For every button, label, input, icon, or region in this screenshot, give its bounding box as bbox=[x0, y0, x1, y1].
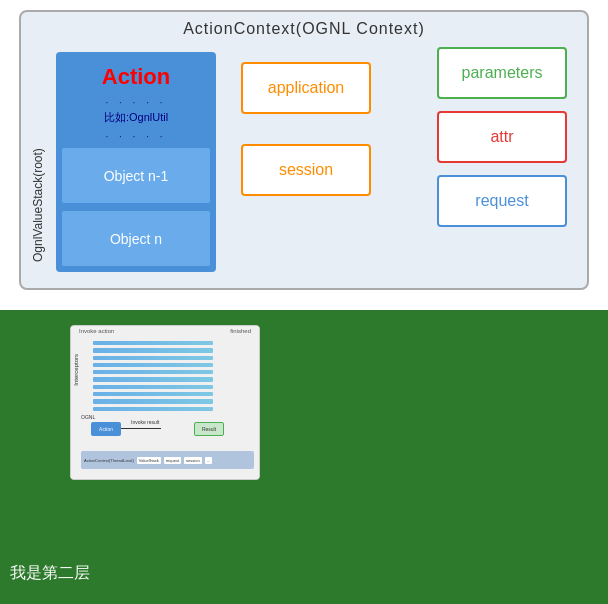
mini-arrow bbox=[121, 428, 161, 429]
action-label: Action bbox=[58, 54, 214, 95]
diagram-title: ActionContext(OGNL Context) bbox=[21, 12, 587, 38]
mini-interceptors-label: Interceptors bbox=[73, 354, 79, 386]
application-box: application bbox=[241, 62, 371, 114]
dots-line-2: · · · · · bbox=[58, 129, 214, 144]
object-n-box: Object n bbox=[62, 211, 210, 266]
mini-context-bar: ActionContext(ThreadLocal) ValueStack re… bbox=[81, 451, 254, 469]
diagram-container: ActionContext(OGNL Context) OgnlValueSta… bbox=[19, 10, 589, 290]
session-box: session bbox=[241, 144, 371, 196]
mini-line-5 bbox=[93, 370, 213, 374]
ognl-stack-container: Action · · · · · 比如:OgnlUtil · · · · · O… bbox=[56, 52, 216, 272]
mini-ognl-label: OGNL bbox=[81, 414, 95, 420]
mini-line-9 bbox=[93, 399, 213, 403]
mini-line-8 bbox=[93, 392, 213, 396]
bottom-section: Invoke action finished Interceptors bbox=[0, 310, 608, 604]
mini-line-2 bbox=[93, 348, 213, 352]
request-box: request bbox=[437, 175, 567, 227]
mini-line-7 bbox=[93, 385, 213, 389]
mini-line-6 bbox=[93, 377, 213, 381]
dots-line-1: · · · · · bbox=[58, 95, 214, 110]
center-boxes: application session bbox=[241, 62, 371, 196]
attr-box: attr bbox=[437, 111, 567, 163]
mini-finished-label: finished bbox=[230, 328, 251, 334]
parameters-box: parameters bbox=[437, 47, 567, 99]
mini-line-4 bbox=[93, 363, 213, 367]
mini-invoke-result-label: Invoke result bbox=[131, 419, 159, 425]
mini-action-box: Action bbox=[91, 422, 121, 436]
mini-line-3 bbox=[93, 356, 213, 360]
right-boxes: parameters attr request bbox=[437, 47, 567, 227]
mini-line-10 bbox=[93, 407, 213, 411]
mini-result-box: Result bbox=[194, 422, 224, 436]
mini-valuestack-item: ValueStack bbox=[137, 457, 161, 464]
ognl-vertical-text: OgnlValueStack(root) bbox=[31, 62, 45, 262]
mini-bottom-area: OGNL Action Invoke result Result ActionC… bbox=[81, 414, 254, 469]
second-layer-label: 我是第二层 bbox=[10, 563, 90, 584]
mini-diagram: Invoke action finished Interceptors bbox=[71, 326, 259, 479]
mini-line-1 bbox=[93, 341, 213, 345]
mini-session-item: session bbox=[184, 457, 202, 464]
example-label: 比如:OgnlUtil bbox=[58, 110, 214, 129]
thumbnail-container: Invoke action finished Interceptors bbox=[70, 325, 260, 480]
mini-dots-item: ... bbox=[205, 457, 212, 464]
mini-request-item: request bbox=[164, 457, 181, 464]
mini-title-row: Invoke action finished bbox=[71, 326, 259, 336]
top-section: 哈哈哈 ActionContext(OGNL Context) OgnlValu… bbox=[0, 0, 608, 310]
object-n1-box: Object n-1 bbox=[62, 148, 210, 203]
mini-context-label: ActionContext(ThreadLocal) bbox=[84, 458, 134, 463]
mini-lines-area bbox=[93, 341, 213, 411]
mini-invoke-action-label: Invoke action bbox=[79, 328, 114, 334]
